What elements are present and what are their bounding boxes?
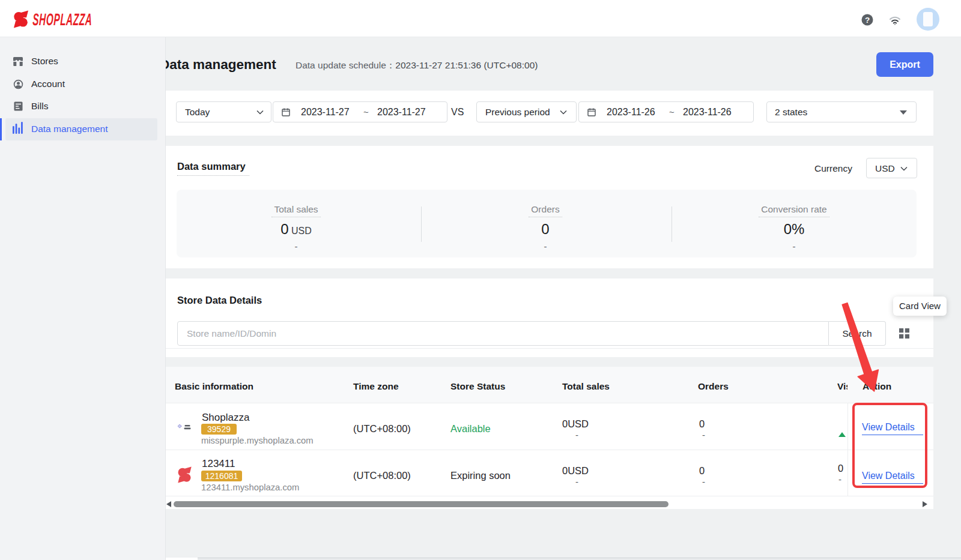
svg-text:?: ?: [865, 16, 870, 25]
